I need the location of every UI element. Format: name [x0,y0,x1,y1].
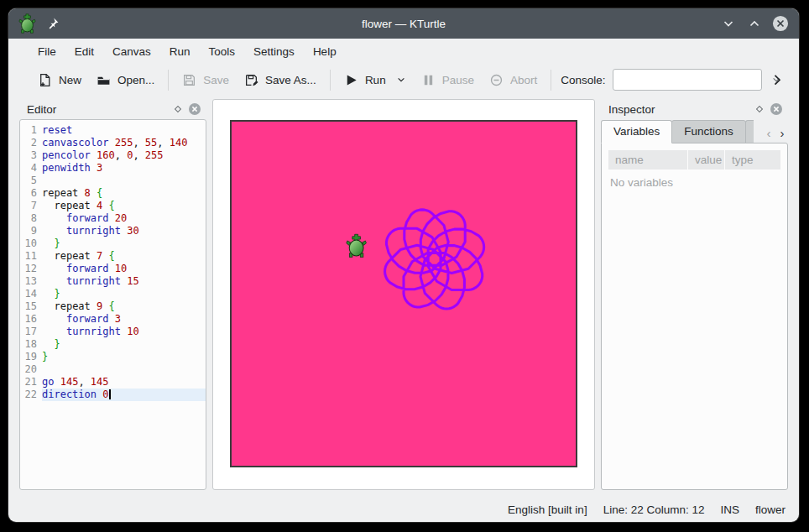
close-dock-icon[interactable] [768,102,785,117]
code-line-16[interactable]: 16 forward 3 [20,313,206,326]
code-text: turnright 15 [42,275,206,288]
line-number: 22 [20,389,42,401]
code-line-12[interactable]: 12 forward 10 [20,263,206,275]
float-icon[interactable] [170,102,186,117]
new-button[interactable]: New [30,69,89,91]
menu-canvas[interactable]: Canvas [103,41,160,62]
float-icon[interactable] [751,102,768,117]
toolbar-overflow-button[interactable] [767,69,787,91]
kturtle-window: flower — KTurtle FileEditCanvasRunToolsS… [8,8,799,522]
toolbar-separator [330,70,331,91]
tab-functions[interactable]: Functions [671,120,746,143]
code-line-18[interactable]: 18 } [20,338,206,351]
code-line-5[interactable]: 5 [20,175,206,187]
status-item-3: flower [755,503,786,516]
code-line-1[interactable]: 1reset [20,124,206,137]
save-as-label: Save As... [265,74,316,86]
inspector-dock-header[interactable]: Inspector [601,99,788,119]
save-button[interactable]: Save [175,69,237,91]
status-item-1: Line: 22 Column: 12 [603,503,705,516]
code-text: repeat 7 { [42,250,206,263]
pin-icon[interactable] [46,17,60,30]
menu-settings[interactable]: Settings [244,41,304,62]
menu-help[interactable]: Help [304,41,346,62]
inspector-tabbar: VariablesFunctions‹› [601,119,788,143]
menu-run[interactable]: Run [160,41,200,62]
code-line-17[interactable]: 17 turnright 10 [20,326,206,338]
tab-variables[interactable]: Variables [601,120,672,143]
tab-clipped[interactable] [745,120,754,143]
column-header-type[interactable]: type [725,150,780,170]
tab-scroll-right-icon[interactable]: › [776,126,788,140]
code-text: pencolor 160, 0, 255 [42,149,206,162]
code-line-7[interactable]: 7 repeat 4 { [20,200,206,212]
menu-file[interactable]: File [29,41,65,62]
code-line-14[interactable]: 14 } [20,288,206,300]
maximize-chevron-icon[interactable] [746,15,763,32]
column-header-value[interactable]: value [688,150,725,170]
code-text: forward 3 [42,313,206,326]
code-line-22[interactable]: 22direction 0 [20,389,206,401]
code-text: forward 20 [42,212,206,225]
save-as-button[interactable]: Save As... [237,69,324,91]
canvas-panel [212,99,595,490]
pause-button[interactable]: Pause [414,69,482,91]
code-editor[interactable]: 1reset2canvascolor 255, 55, 1403pencolor… [19,119,206,490]
console-combobox[interactable] [613,69,762,91]
line-number: 12 [20,263,42,275]
tab-scroll-left-icon[interactable]: ‹ [763,126,775,140]
code-line-9[interactable]: 9 turnright 30 [20,225,206,237]
minimize-chevron-icon[interactable] [720,15,737,32]
code-line-20[interactable]: 20 [20,363,206,376]
canvas-drawing[interactable] [232,122,576,466]
code-line-10[interactable]: 10 } [20,237,206,250]
code-text: } [42,237,206,250]
code-line-8[interactable]: 8 forward 20 [20,212,206,225]
abort-label: Abort [510,74,537,86]
code-line-15[interactable]: 15 repeat 9 { [20,300,206,313]
code-line-19[interactable]: 19} [20,351,206,363]
main-area: Editor 1reset2canvascolor 255, 55, 1403p… [8,96,799,497]
editor-dock-header[interactable]: Editor [19,99,206,119]
code-line-3[interactable]: 3pencolor 160, 0, 255 [20,149,206,162]
code-text: reset [42,124,206,137]
line-number: 17 [20,326,42,338]
line-number: 9 [20,225,42,237]
open-button[interactable]: Open... [89,69,162,91]
code-text: } [42,338,206,351]
line-number: 6 [20,187,42,200]
open-label: Open... [117,74,154,86]
menu-edit[interactable]: Edit [65,41,103,62]
statusbar: English [built in]Line: 22 Column: 12INS… [8,497,799,522]
close-icon[interactable] [772,15,789,32]
line-number: 18 [20,338,42,351]
code-text: repeat 9 { [42,300,206,313]
abort-button[interactable]: Abort [482,69,545,91]
code-line-2[interactable]: 2canvascolor 255, 55, 140 [20,137,206,149]
line-number: 20 [20,363,42,376]
line-number: 16 [20,313,42,326]
open-folder-icon [97,73,111,87]
code-line-21[interactable]: 21go 145, 145 [20,376,206,389]
code-line-11[interactable]: 11 repeat 7 { [20,250,206,263]
console-input[interactable] [613,70,771,90]
turtle-canvas[interactable] [230,120,577,467]
code-line-4[interactable]: 4penwidth 3 [20,162,206,175]
titlebar[interactable]: flower — KTurtle [8,8,799,39]
code-text: turnright 30 [42,225,206,237]
column-header-name[interactable]: name [608,150,688,170]
code-text: forward 10 [42,263,206,275]
close-dock-icon[interactable] [186,102,203,117]
run-button[interactable]: Run [337,69,414,91]
inspector-dock-title: Inspector [608,103,655,116]
code-line-13[interactable]: 13 turnright 15 [20,275,206,288]
turtle-app-icon[interactable] [18,13,36,34]
chevron-down-icon[interactable] [396,75,406,85]
line-number: 5 [20,175,42,187]
menubar: FileEditCanvasRunToolsSettingsHelp [8,39,799,64]
menu-tools[interactable]: Tools [200,41,245,62]
code-text: } [42,351,206,363]
code-text: repeat 4 { [42,200,206,212]
code-text [42,363,206,376]
code-line-6[interactable]: 6repeat 8 { [20,187,206,200]
